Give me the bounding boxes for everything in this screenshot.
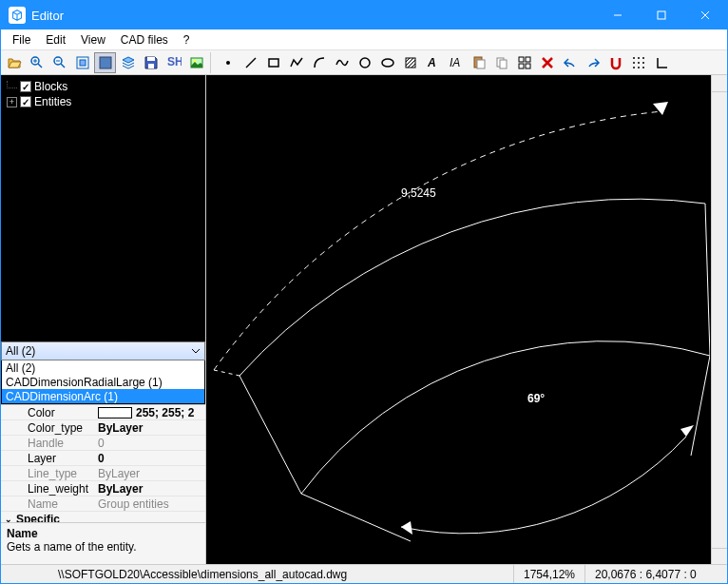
svg-point-22 [360,58,370,68]
arc-icon[interactable] [308,52,330,73]
ellipse-icon[interactable] [376,52,398,73]
svg-line-52 [214,370,239,376]
svg-point-23 [382,59,393,67]
menu-view[interactable]: View [73,31,113,49]
svg-rect-12 [80,60,86,66]
dim-arc-text: 9,5245 [401,186,436,200]
svg-point-46 [642,62,644,64]
tree-item-blocks[interactable]: ✓ Blocks [7,79,200,94]
checkbox-icon[interactable]: ✓ [20,96,31,107]
spline-icon[interactable] [331,52,353,73]
dropdown-item[interactable]: CADDimensionRadialLarge (1) [2,375,204,389]
svg-rect-24 [406,58,415,68]
svg-point-43 [642,57,644,59]
minimize-button[interactable] [596,1,640,29]
line-icon[interactable] [239,52,261,73]
property-row: NameGroup entities [1,496,205,512]
zoom-out-icon[interactable] [48,52,70,73]
svg-point-45 [638,62,640,64]
left-panel: ✓ Blocks + ✓ Entities All (2) All (2) CA… [1,75,206,564]
ortho-icon[interactable] [650,52,672,73]
svg-line-25 [406,58,410,62]
tree-view[interactable]: ✓ Blocks + ✓ Entities [1,75,205,341]
svg-point-42 [638,57,640,59]
snap-icon[interactable] [604,52,626,73]
property-row: Color255; 255; 2 [1,405,205,420]
property-row: Line_weightByLayer [1,481,205,496]
menu-cadfiles[interactable]: CAD files [113,31,176,49]
svg-rect-13 [100,57,111,68]
entity-filter-dropdown[interactable]: All (2) CADDimensionRadialLarge (1) CADD… [1,360,205,404]
rect-icon[interactable] [262,52,284,73]
drawing-canvas[interactable]: 9,5245 69° [206,75,711,564]
app-icon [9,7,26,24]
grid-icon[interactable] [513,52,535,73]
save-icon[interactable] [140,52,162,73]
open-icon[interactable] [3,52,25,73]
zoom-in-icon[interactable] [26,52,48,73]
delete-icon[interactable] [536,52,558,73]
dim-angle-text: 69° [527,392,545,405]
vertical-scrollbar[interactable] [711,75,727,564]
color-swatch-icon [98,407,132,419]
checkbox-icon[interactable]: ✓ [20,81,31,92]
tree-item-entities[interactable]: + ✓ Entities [7,94,200,109]
svg-point-47 [633,67,635,68]
menu-file[interactable]: File [5,31,38,49]
close-button[interactable] [683,1,727,29]
polyline-icon[interactable] [285,52,307,73]
statusbar: \\SOFTGOLD20\Accessible\dimensions_all_a… [1,564,727,583]
svg-text:A: A [427,56,436,69]
entity-filter-combo[interactable]: All (2) [1,341,205,360]
svg-line-28 [412,64,415,68]
tree-label: Blocks [34,80,67,93]
chevron-down-icon[interactable]: ⌄ [5,515,12,522]
svg-rect-34 [500,60,507,68]
combo-selected: All (2) [6,344,35,358]
zoom-extents-icon[interactable] [71,52,93,73]
point-icon[interactable] [217,52,239,73]
svg-line-5 [38,64,42,68]
zoom-window-icon[interactable] [94,52,116,73]
svg-line-53 [301,494,411,541]
titlebar: Editor [1,1,727,29]
hatch-icon[interactable] [399,52,421,73]
menu-edit[interactable]: Edit [38,31,73,49]
svg-line-51 [705,204,710,356]
grid-dots-icon[interactable] [627,52,649,73]
dropdown-item[interactable]: All (2) [2,360,204,375]
svg-rect-1 [658,11,665,19]
property-grid[interactable]: Color255; 255; 2 Color_typeByLayer Handl… [1,404,205,522]
svg-rect-21 [269,59,278,67]
svg-rect-36 [526,57,530,62]
text-a-icon[interactable]: A [422,52,444,73]
undo-icon[interactable] [559,52,581,73]
redo-icon[interactable] [582,52,603,73]
shx-icon[interactable]: SHX [163,52,184,73]
svg-rect-15 [148,64,154,68]
svg-rect-37 [519,64,524,68]
svg-line-26 [406,58,413,66]
circle-icon[interactable] [354,52,375,73]
maximize-button[interactable] [640,1,683,29]
menu-help[interactable]: ? [176,31,198,49]
tree-label: Entities [34,95,71,108]
svg-point-41 [633,57,635,59]
image-icon[interactable] [185,52,207,73]
toolbar: SHX A IA [1,50,727,75]
text-ia-icon[interactable]: IA [445,52,467,73]
svg-point-19 [226,61,230,65]
property-row: Line_typeByLayer [1,466,205,481]
copy-icon[interactable] [490,52,512,73]
svg-rect-38 [526,64,530,68]
svg-line-27 [408,60,415,68]
toolbar-separator [210,52,214,73]
svg-point-44 [633,62,635,64]
paste-icon[interactable] [468,52,489,73]
layers-icon[interactable] [117,52,139,73]
svg-line-54 [691,356,710,456]
expand-icon[interactable]: + [7,97,17,107]
svg-rect-35 [519,57,524,62]
dropdown-item[interactable]: CADDimensionArc (1) [2,389,204,403]
chevron-down-icon[interactable] [188,342,203,360]
